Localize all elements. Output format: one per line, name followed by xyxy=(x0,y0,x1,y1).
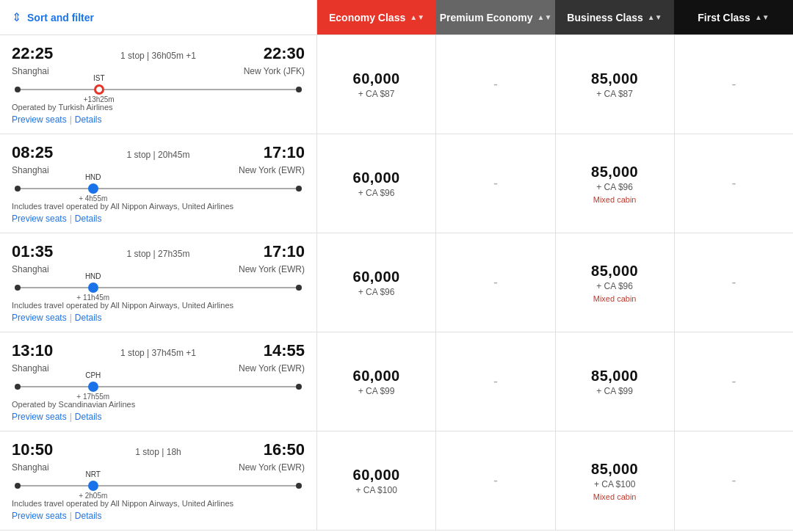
mixed-cabin-badge: Mixed cabin xyxy=(593,492,637,501)
details-link[interactable]: Details xyxy=(75,412,102,422)
city-row: Shanghai New York (JFK) xyxy=(12,66,305,76)
flight-info: 13:10 1 stop | 37h45m +1 14:55 Shanghai … xyxy=(0,332,317,431)
stop-offset-label: + 11h45m xyxy=(76,294,109,302)
timeline: HND + 11h45m xyxy=(12,277,305,298)
dest-city: New York (EWR) xyxy=(239,363,305,374)
separator: | xyxy=(70,412,72,422)
stop-offset-label: + 2h05m xyxy=(79,492,107,500)
operator-label: Operated by Turkish Airlines xyxy=(12,103,305,112)
timeline-stop: HND + 11h45m xyxy=(88,283,98,293)
flight-top: 08:25 1 stop | 20h45m 17:10 xyxy=(12,143,305,162)
timeline-end-dot xyxy=(296,87,302,92)
operator-label: Operated by Scandinavian Airlines xyxy=(12,400,305,409)
price-cell-business[interactable]: 85,000 + CA $100 Mixed cabin xyxy=(556,431,675,530)
origin-city: Shanghai xyxy=(12,165,49,175)
operator-label: Includes travel operated by All Nippon A… xyxy=(12,202,305,211)
economy-class-label: Economy Class xyxy=(329,12,405,23)
details-link[interactable]: Details xyxy=(75,214,102,224)
origin-city: Shanghai xyxy=(12,264,49,274)
flight-actions: Preview seats | Details xyxy=(12,511,305,521)
economy-sort-arrow: ▲▼ xyxy=(410,13,424,21)
stop-dot xyxy=(88,481,98,491)
timeline-stop: HND + 4h55m xyxy=(88,183,98,194)
sort-filter-button[interactable]: ⇕ Sort and filter xyxy=(0,0,317,34)
price-cell-business[interactable]: 85,000 + CA $99 xyxy=(556,332,675,431)
business-class-header[interactable]: Business Class ▲▼ xyxy=(555,0,674,34)
depart-time: 13:10 xyxy=(12,341,53,360)
depart-time: 01:35 xyxy=(12,242,53,261)
stop-info: 1 stop | 20h45m xyxy=(127,150,190,160)
preview-seats-link[interactable]: Preview seats xyxy=(12,412,67,422)
dest-city: New York (EWR) xyxy=(239,264,305,274)
depart-time: 22:25 xyxy=(12,44,53,63)
city-row: Shanghai New York (EWR) xyxy=(12,363,305,374)
operator-label: Includes travel operated by All Nippon A… xyxy=(12,301,305,310)
separator: | xyxy=(70,313,72,323)
header-bar: ⇕ Sort and filter Economy Class ▲▼ Premi… xyxy=(0,0,793,35)
separator: | xyxy=(70,214,72,224)
depart-time: 10:50 xyxy=(12,440,53,459)
details-link[interactable]: Details xyxy=(75,114,102,125)
price-cell-premium: - xyxy=(436,35,555,134)
premium-sort-arrow: ▲▼ xyxy=(537,13,552,21)
arrive-time: 22:30 xyxy=(264,44,305,63)
stop-code-label: NRT xyxy=(86,470,101,478)
preview-seats-link[interactable]: Preview seats xyxy=(12,214,67,224)
preview-seats-link[interactable]: Preview seats xyxy=(12,114,67,125)
price-cell-economy[interactable]: 60,000 + CA $100 xyxy=(317,431,436,530)
stop-info: 1 stop | 27h35m xyxy=(127,249,190,259)
details-link[interactable]: Details xyxy=(75,313,102,323)
stop-offset-label: +13h25m xyxy=(84,95,115,103)
price-cell-economy[interactable]: 60,000 + CA $99 xyxy=(317,332,436,431)
origin-city: Shanghai xyxy=(12,462,49,473)
price-cell-first: - xyxy=(675,233,793,332)
flight-top: 22:25 1 stop | 36h05m +1 22:30 xyxy=(12,44,305,63)
arrive-time: 17:10 xyxy=(264,242,305,261)
timeline-line xyxy=(18,386,299,387)
timeline: CPH + 17h55m xyxy=(12,376,305,397)
preview-seats-link[interactable]: Preview seats xyxy=(12,511,67,521)
premium-economy-header[interactable]: Premium Economy ▲▼ xyxy=(436,0,555,34)
dest-city: New York (EWR) xyxy=(239,462,305,473)
price-cell-premium: - xyxy=(436,134,555,233)
flight-top: 10:50 1 stop | 18h 16:50 xyxy=(12,440,305,459)
preview-seats-link[interactable]: Preview seats xyxy=(12,313,67,323)
operator-label: Includes travel operated by All Nippon A… xyxy=(12,499,305,508)
economy-class-header[interactable]: Economy Class ▲▼ xyxy=(317,0,436,34)
flight-info: 10:50 1 stop | 18h 16:50 Shanghai New Yo… xyxy=(0,431,317,530)
timeline-end-dot xyxy=(296,483,302,489)
price-cell-business[interactable]: 85,000 + CA $96 Mixed cabin xyxy=(556,233,675,332)
business-sort-arrow: ▲▼ xyxy=(648,13,662,21)
city-row: Shanghai New York (EWR) xyxy=(12,165,305,175)
timeline-start-dot xyxy=(15,384,21,390)
timeline-stop: IST +13h25m xyxy=(94,84,104,95)
mixed-cabin-badge: Mixed cabin xyxy=(593,294,637,303)
flight-info: 22:25 1 stop | 36h05m +1 22:30 Shanghai … xyxy=(0,35,317,134)
details-link[interactable]: Details xyxy=(75,511,102,521)
sort-filter-label: Sort and filter xyxy=(27,12,94,23)
price-cell-economy[interactable]: 60,000 + CA $96 xyxy=(317,134,436,233)
price-cell-business[interactable]: 85,000 + CA $96 Mixed cabin xyxy=(556,134,675,233)
dest-city: New York (EWR) xyxy=(239,165,305,175)
flight-top: 01:35 1 stop | 27h35m 17:10 xyxy=(12,242,305,261)
price-cell-economy[interactable]: 60,000 + CA $96 xyxy=(317,233,436,332)
timeline-line xyxy=(18,89,299,90)
first-class-header[interactable]: First Class ▲▼ xyxy=(674,0,793,34)
stop-code-label: HND xyxy=(85,173,101,181)
arrive-time: 16:50 xyxy=(264,440,305,459)
timeline-start-dot xyxy=(15,285,21,291)
price-cell-business[interactable]: 85,000 + CA $87 xyxy=(556,35,675,134)
first-sort-arrow: ▲▼ xyxy=(755,13,770,21)
dest-city: New York (JFK) xyxy=(244,66,305,76)
arrive-time: 14:55 xyxy=(264,341,305,360)
stop-info: 1 stop | 36h05m +1 xyxy=(120,51,196,61)
timeline: IST +13h25m xyxy=(12,79,305,100)
price-cell-premium: - xyxy=(436,233,555,332)
price-cell-economy[interactable]: 60,000 + CA $87 xyxy=(317,35,436,134)
price-cell-first: - xyxy=(675,431,793,530)
timeline: HND + 4h55m xyxy=(12,178,305,199)
timeline-line xyxy=(18,287,299,288)
stop-code-label: HND xyxy=(85,272,101,280)
stop-dot xyxy=(88,183,98,194)
timeline-end-dot xyxy=(296,186,302,192)
